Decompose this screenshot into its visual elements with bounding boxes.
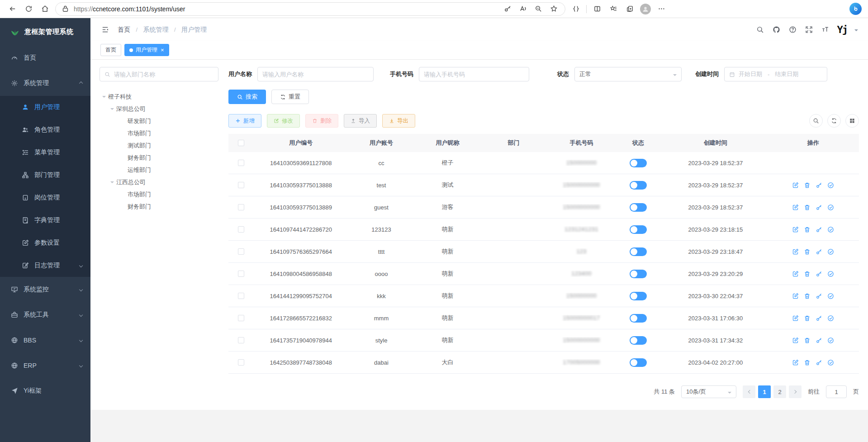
edit-icon[interactable] — [792, 204, 799, 211]
assign-role-icon[interactable] — [827, 293, 834, 299]
edit-button[interactable]: 修改 — [267, 114, 300, 128]
refresh-icon[interactable] — [23, 3, 34, 15]
row-checkbox[interactable] — [238, 226, 244, 233]
tab-user-mgmt[interactable]: 用户管理 × — [124, 44, 169, 56]
import-button[interactable]: 导入 — [344, 114, 377, 128]
address-bar[interactable]: https://ccnetcore.com:1101/system/user — [55, 2, 565, 16]
dept-search-input[interactable] — [100, 67, 218, 81]
row-checkbox[interactable] — [238, 293, 244, 299]
password-key-icon[interactable] — [502, 3, 513, 15]
sidebar-item-user-mgmt[interactable]: 用户管理 — [0, 96, 90, 119]
row-checkbox[interactable] — [238, 248, 244, 255]
reset-password-icon[interactable] — [816, 337, 822, 344]
status-select[interactable]: 正常 — [574, 67, 682, 81]
delete-icon[interactable] — [804, 293, 811, 299]
reset-password-icon[interactable] — [816, 271, 822, 277]
username-field[interactable] — [262, 71, 369, 78]
select-all-checkbox[interactable] — [238, 140, 244, 146]
search-button[interactable]: 搜索 — [228, 90, 266, 104]
breadcrumb-home[interactable]: 首页 — [118, 26, 130, 33]
expander-icon[interactable] — [110, 108, 114, 112]
dept-search-field[interactable] — [114, 71, 213, 78]
more-options-icon[interactable] — [655, 3, 667, 15]
row-checkbox[interactable] — [238, 204, 244, 210]
tree-node[interactable]: 深圳总公司 — [100, 103, 218, 115]
status-toggle[interactable] — [630, 336, 647, 345]
status-toggle[interactable] — [630, 181, 647, 190]
reset-password-icon[interactable] — [816, 248, 822, 255]
font-size-icon[interactable] — [821, 25, 830, 34]
assign-role-icon[interactable] — [827, 248, 834, 255]
delete-icon[interactable] — [804, 226, 811, 233]
sidebar-item-param-settings[interactable]: 参数设置 — [0, 232, 90, 254]
reset-password-icon[interactable] — [816, 315, 822, 322]
status-toggle[interactable] — [630, 358, 647, 367]
breadcrumb-user[interactable]: 用户管理 — [181, 26, 207, 33]
assign-role-icon[interactable] — [827, 315, 834, 322]
next-page-button[interactable] — [789, 385, 802, 398]
user-avatar-logo[interactable]: Yj — [837, 24, 848, 35]
reset-password-icon[interactable] — [816, 359, 822, 366]
assign-role-icon[interactable] — [827, 271, 834, 277]
edit-icon[interactable] — [792, 271, 799, 277]
delete-icon[interactable] — [804, 204, 811, 211]
sidebar-item-home[interactable]: 首页 — [0, 45, 90, 71]
page-button-2[interactable]: 2 — [773, 385, 786, 398]
sidebar-item-yi-framework[interactable]: Yi框架 — [0, 378, 90, 404]
expander-icon[interactable] — [110, 181, 114, 185]
page-size-select[interactable]: 10条/页 — [681, 385, 736, 398]
edit-icon[interactable] — [792, 226, 799, 233]
columns-grid-icon[interactable] — [845, 114, 859, 128]
collections-icon[interactable] — [624, 3, 636, 15]
fullscreen-icon[interactable] — [805, 25, 814, 34]
phone-input[interactable] — [419, 67, 529, 81]
sidebar-item-role-mgmt[interactable]: 角色管理 — [0, 119, 90, 141]
sidebar-toggle-icon[interactable] — [100, 25, 109, 34]
status-toggle[interactable] — [630, 247, 647, 256]
sidebar-item-bbs[interactable]: BBS — [0, 328, 90, 353]
breadcrumb-system[interactable]: 系统管理 — [143, 26, 169, 33]
assign-role-icon[interactable] — [827, 337, 834, 344]
export-button[interactable]: 导出 — [382, 114, 415, 128]
assign-role-icon[interactable] — [827, 204, 834, 211]
tree-node[interactable]: 橙子科技 — [100, 90, 218, 103]
show-search-icon[interactable] — [809, 114, 823, 128]
delete-icon[interactable] — [804, 271, 811, 277]
sidebar-item-post-mgmt[interactable]: 岗位管理 — [0, 186, 90, 209]
sidebar-item-tools[interactable]: 系统工具 — [0, 302, 90, 328]
edit-icon[interactable] — [792, 182, 799, 189]
help-icon[interactable] — [788, 25, 797, 34]
favorites-icon[interactable] — [607, 3, 619, 15]
sidebar-item-monitor[interactable]: 系统监控 — [0, 277, 90, 302]
delete-icon[interactable] — [804, 359, 811, 366]
prev-page-button[interactable] — [743, 385, 755, 398]
edit-icon[interactable] — [792, 359, 799, 366]
tree-node[interactable]: 财务部门 — [100, 152, 218, 164]
reset-password-icon[interactable] — [816, 204, 822, 211]
add-favorite-icon[interactable] — [548, 3, 560, 15]
status-toggle[interactable] — [630, 292, 647, 300]
profile-avatar[interactable] — [640, 4, 651, 14]
goto-page-input[interactable] — [826, 385, 847, 398]
tree-node[interactable]: 江西总公司 — [100, 176, 218, 188]
lock-icon[interactable] — [61, 3, 69, 15]
date-range-picker[interactable]: 开始日期 - 结束日期 — [724, 67, 827, 81]
tab-home[interactable]: 首页 — [100, 44, 121, 56]
row-checkbox[interactable] — [238, 160, 244, 166]
sidebar-item-dict-mgmt[interactable]: 字典管理 — [0, 209, 90, 232]
sidebar-item-erp[interactable]: ERP — [0, 353, 90, 378]
edit-icon[interactable] — [792, 337, 799, 344]
back-icon[interactable] — [6, 3, 18, 15]
close-tab-icon[interactable]: × — [161, 47, 164, 53]
tree-node[interactable]: 市场部门 — [100, 188, 218, 200]
status-toggle[interactable] — [630, 159, 647, 167]
sidebar-item-log-mgmt[interactable]: 日志管理 — [0, 254, 90, 277]
phone-field[interactable] — [424, 71, 524, 78]
row-checkbox[interactable] — [238, 271, 244, 277]
tree-node[interactable]: 市场部门 — [100, 127, 218, 139]
delete-icon[interactable] — [804, 337, 811, 344]
delete-icon[interactable] — [804, 248, 811, 255]
assign-role-icon[interactable] — [827, 182, 834, 189]
delete-icon[interactable] — [804, 315, 811, 322]
row-checkbox[interactable] — [238, 315, 244, 321]
